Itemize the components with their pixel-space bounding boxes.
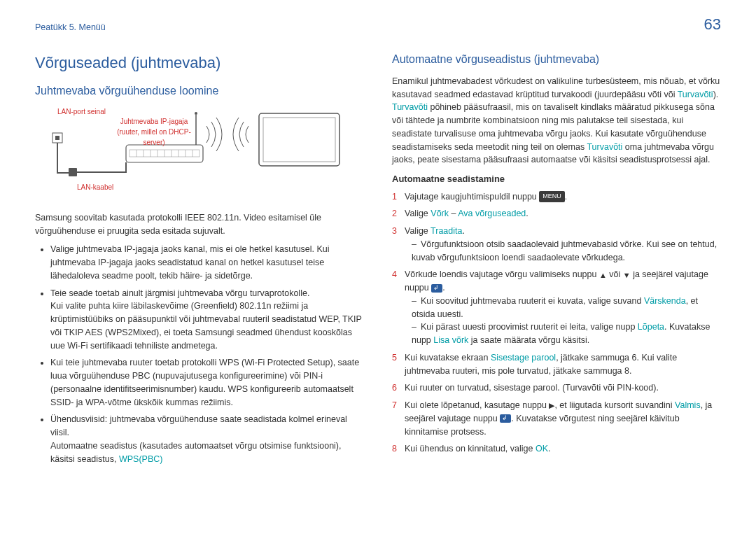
menu-button-icon: MENU: [539, 191, 565, 202]
label-lan-cable: LAN-kaabel: [77, 182, 113, 192]
text: Kui soovitud juhtmevaba ruuterit ei kuva…: [421, 296, 644, 306]
text: Kui pärast uuesti proovimist ruuterit ei…: [421, 322, 638, 332]
link-ok: OK: [536, 444, 548, 454]
down-arrow-icon: ▼: [623, 269, 631, 281]
text: Vajutage kaugjuhtimispuldil nuppu: [405, 192, 539, 202]
right-subheading: Automaatne võrguseadistus (juhtmevaba): [392, 51, 721, 68]
steps-list: Vajutage kaugjuhtimispuldil nuppu MENU. …: [392, 190, 721, 456]
label-ip-sharer: Juhtmevaba IP-jagaja (ruuter, millel on …: [112, 116, 196, 148]
link-sisestage-parool: Sisestage parool: [491, 353, 556, 363]
link-ava-vorguseaded: Ava võrguseaded: [458, 209, 526, 218]
intro-paragraph-1: Enamikul juhtmevabadest võrkudest on val…: [392, 75, 721, 101]
left-subheading: Juhtmevaba võrguühenduse loomine: [35, 83, 364, 99]
step-5: Kui kuvatakse ekraan Sisestage parool, j…: [405, 351, 721, 378]
step-4: Võrkude loendis vajutage võrgu valimisek…: [405, 268, 721, 347]
label-ip-sharer-line2: (ruuter, millel on DHCP-: [117, 128, 191, 136]
text: Enamikul juhtmevabadest võrkudest on val…: [392, 76, 720, 99]
text: .: [565, 192, 567, 202]
wps-link: WPS(PBC): [119, 454, 163, 464]
list-item: Võrgufunktsioon otsib saadaolevaid juhtm…: [412, 238, 721, 265]
text: .: [526, 209, 528, 218]
link-vork: Võrk: [430, 209, 449, 218]
term-turvavoti: Turvavõti: [678, 90, 713, 99]
text: Valige: [405, 209, 430, 218]
breadcrumb: Peatükk 5. Menüü: [35, 21, 721, 34]
intro-paragraph-2: Turvavõti põhineb pääsufraasil, mis on t…: [392, 101, 721, 167]
list-item-text: Ühendusviisid: juhtmevaba võrguühenduse …: [50, 414, 347, 463]
right-column: Automaatne võrguseadistus (juhtmevaba) E…: [392, 51, 721, 470]
left-column: Võrguseaded (juhtmevaba) Juhtmevaba võrg…: [35, 51, 364, 470]
label-ip-sharer-line3: server): [143, 139, 164, 146]
step-3: Valige Traadita. Võrgufunktsioon otsib s…: [405, 225, 721, 264]
list-item: Ühendusviisid: juhtmevaba võrguühenduse …: [50, 413, 364, 465]
link-valmis: Valmis: [675, 400, 701, 410]
text: Kui ühendus on kinnitatud, valige: [405, 444, 536, 454]
auto-setup-heading: Automaatne seadistamine: [392, 172, 721, 186]
wireless-diagram: LAN-port seinal Juhtmevaba IP-jagaja (ru…: [35, 106, 343, 204]
link-varskenda: Värskenda: [644, 296, 686, 306]
svg-rect-2: [69, 168, 77, 176]
step-4-sublist: Kui soovitud juhtmevaba ruuterit ei kuva…: [412, 295, 721, 347]
step-3-sublist: Võrgufunktsioon otsib saadaolevaid juhtm…: [412, 238, 721, 265]
text: .: [548, 444, 550, 454]
step-7: Kui olete lõpetanud, kasutage nuppu ▶, e…: [405, 399, 721, 438]
two-column-layout: Võrguseaded (juhtmevaba) Juhtmevaba võrg…: [35, 51, 721, 470]
text: .: [462, 226, 464, 236]
list-item: Kui teie juhtmevaba ruuter toetab protok…: [50, 356, 364, 409]
text: Valige: [405, 226, 430, 236]
term-turvavoti: Turvavõti: [392, 102, 428, 112]
list-item: Kui pärast uuesti proovimist ruuterit ei…: [412, 321, 721, 347]
link-lisa-vork: Lisa võrk: [433, 335, 468, 345]
link-traadita: Traadita: [430, 226, 462, 236]
step-2: Valige Võrk – Ava võrguseaded.: [405, 207, 721, 220]
label-lan-port: LAN-port seinal: [57, 106, 106, 117]
svg-rect-1: [55, 136, 59, 140]
list-item: Kui soovitud juhtmevaba ruuterit ei kuva…: [412, 295, 721, 321]
svg-point-5: [195, 112, 197, 115]
text: Võrkude loendis vajutage võrgu valimisek…: [405, 269, 599, 279]
protocol-note: Samsung soovitab kasutada protokolli IEE…: [35, 211, 364, 238]
main-heading: Võrguseaded (juhtmevaba): [35, 51, 364, 74]
text: Kui olete lõpetanud, kasutage nuppu: [405, 400, 549, 410]
text: .: [442, 283, 444, 293]
page-number: 63: [704, 13, 721, 36]
text: või: [607, 269, 623, 279]
text: Kui kuvatakse ekraan: [405, 353, 491, 363]
up-arrow-icon: ▲: [599, 269, 607, 281]
text: ).: [713, 90, 719, 99]
list-item: Valige juhtmevaba IP-jagaja jaoks kanal,…: [50, 243, 364, 282]
text: –: [449, 209, 458, 218]
text: , et liigutada kursorit suvandini: [554, 400, 675, 410]
label-ip-sharer-line1: Juhtmevaba IP-jagaja: [120, 118, 188, 125]
link-lopeta: Lõpeta: [638, 322, 664, 332]
enter-button-icon: [431, 284, 442, 293]
list-item: Teie seade toetab ainult järgmisi juhtme…: [50, 287, 364, 353]
step-1: Vajutage kaugjuhtimispuldil nuppu MENU.: [405, 190, 721, 204]
term-turvavoti: Turvavõti: [587, 142, 622, 152]
svg-rect-17: [263, 118, 335, 162]
svg-rect-16: [259, 113, 340, 166]
enter-button-icon: [500, 414, 511, 423]
left-bullet-list: Valige juhtmevaba IP-jagaja jaoks kanal,…: [50, 243, 364, 465]
text: ja saate määrata võrgu käsitsi.: [468, 335, 589, 345]
step-8: Kui ühendus on kinnitatud, valige OK.: [405, 442, 721, 456]
step-6: Kui ruuter on turvatud, sisestage parool…: [405, 381, 721, 395]
